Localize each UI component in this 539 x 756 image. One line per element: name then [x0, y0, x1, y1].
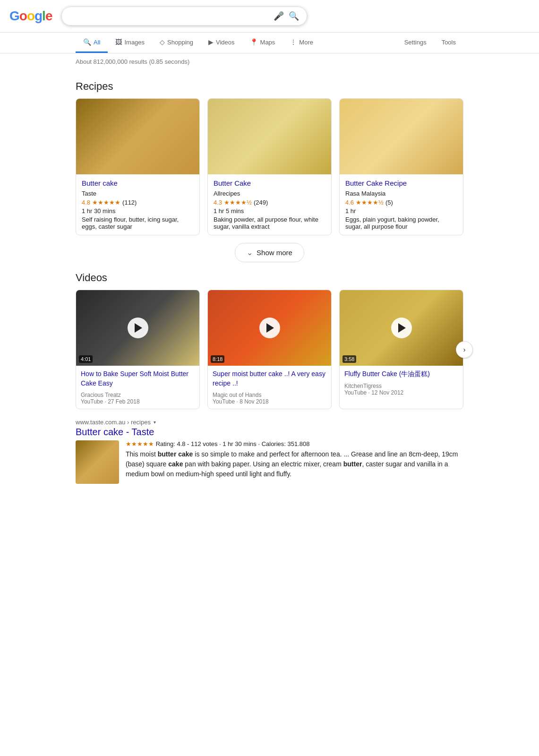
videos-icon: ▶	[208, 38, 214, 46]
nav-label-tools: Tools	[442, 39, 456, 46]
recipe-ingredients-2: Eggs, plain yogurt, baking powder, sugar…	[345, 216, 457, 230]
play-triangle-icon-1	[266, 323, 274, 333]
nav-item-settings[interactable]: Settings	[397, 33, 434, 53]
recipe-star-symbols-0: ★★★★★	[92, 199, 120, 206]
video-source-2: YouTube · 12 Nov 2012	[344, 389, 458, 396]
recipe-source-2: Rasa Malaysia	[345, 190, 457, 197]
video-card-1[interactable]: 8:18 Super moist butter cake ..! A very …	[207, 290, 332, 409]
nav-item-more[interactable]: ⋮ More	[282, 33, 321, 53]
nav-item-shopping[interactable]: ◇ Shopping	[152, 33, 201, 53]
recipe-stars-1: 4.3	[214, 199, 222, 206]
web-result-rating-detail: Rating: 4.8 - 112 votes · 1 hr 30 mins ·…	[156, 440, 310, 447]
video-card-body-0: How to Bake Super Soft Moist Butter Cake…	[76, 366, 199, 409]
recipe-title-1[interactable]: Butter Cake	[214, 179, 325, 187]
web-result-0: www.taste.com.au › recipes ▾ Butter cake…	[76, 419, 463, 484]
show-more-button[interactable]: ⌄ Show more	[235, 243, 304, 262]
play-button-1[interactable]	[259, 318, 280, 338]
recipe-source-1: Allrecipes	[214, 190, 325, 197]
video-duration-1: 8:18	[211, 355, 224, 363]
video-cards-container: 4:01 How to Bake Super Soft Moist Butter…	[76, 290, 463, 409]
recipe-image-0	[76, 99, 199, 174]
nav-label-all: All	[94, 39, 100, 46]
nav-item-videos[interactable]: ▶ Videos	[201, 33, 242, 53]
microphone-icon[interactable]: 🎤	[274, 11, 284, 21]
video-channel-1: Magic out of Hands	[213, 392, 326, 398]
video-card-0[interactable]: 4:01 How to Bake Super Soft Moist Butter…	[76, 290, 200, 409]
url-dropdown-icon[interactable]: ▾	[154, 420, 156, 425]
recipe-card-1[interactable]: Butter Cake Allrecipes 4.3 ★★★★½ (249) 1…	[207, 98, 332, 235]
recipe-ingredients-1: Baking powder, all purpose flour, white …	[214, 216, 325, 230]
shopping-icon: ◇	[160, 38, 165, 46]
video-title-0[interactable]: How to Bake Super Soft Moist Butter Cake…	[81, 369, 195, 388]
recipe-rating-1: 4.3 ★★★★½ (249)	[214, 199, 325, 206]
web-result-body: ★★★★★ Rating: 4.8 - 112 votes · 1 hr 30 …	[126, 440, 463, 484]
video-source-0: YouTube · 27 Feb 2018	[81, 398, 195, 405]
nav-label-shopping: Shopping	[167, 39, 193, 46]
video-card-2[interactable]: 3:58 Fluffy Butter Cake (牛油蛋糕) KitchenTi…	[339, 290, 463, 409]
search-input[interactable]: butter cake	[69, 12, 269, 20]
nav-label-images: Images	[124, 39, 145, 46]
video-card-body-2: Fluffy Butter Cake (牛油蛋糕) KitchenTigress…	[340, 366, 463, 400]
video-channel-0: Gracious Treatz	[81, 392, 195, 398]
chevron-down-icon: ⌄	[247, 248, 253, 257]
results-info: About 812,000,000 results (0.85 seconds)	[0, 55, 539, 68]
video-card-body-1: Super moist butter cake ..! A very easy …	[208, 366, 331, 409]
videos-section: Videos 4:01 How to Bake Super Soft Moist…	[76, 272, 463, 409]
web-result-thumbnail	[76, 440, 119, 484]
video-duration-0: 4:01	[79, 355, 93, 363]
web-result-url-text: www.taste.com.au › recipes	[76, 419, 151, 426]
nav-item-images[interactable]: 🖼 Images	[108, 33, 152, 53]
web-result-rating: ★★★★★ Rating: 4.8 - 112 votes · 1 hr 30 …	[126, 440, 463, 447]
recipe-card-body-1: Butter Cake Allrecipes 4.3 ★★★★½ (249) 1…	[208, 174, 331, 235]
recipe-count-2: (5)	[385, 199, 393, 206]
video-next-button[interactable]: ›	[456, 341, 473, 358]
recipe-card-0[interactable]: Butter cake Taste 4.8 ★★★★★ (112) 1 hr 3…	[76, 98, 200, 235]
videos-section-title: Videos	[76, 272, 463, 284]
video-thumbnail-1: 8:18	[208, 290, 331, 366]
nav-item-tools[interactable]: Tools	[434, 33, 463, 53]
recipe-rating-0: 4.8 ★★★★★ (112)	[82, 199, 194, 206]
video-duration-2: 3:58	[342, 355, 356, 363]
video-source-1: YouTube · 8 Nov 2018	[213, 398, 326, 405]
nav-label-videos: Videos	[216, 39, 235, 46]
nav-item-all[interactable]: 🔍 All	[76, 33, 108, 53]
recipe-source-0: Taste	[82, 190, 194, 197]
search-bar[interactable]: butter cake 🎤 🔍	[61, 7, 307, 26]
play-triangle-icon-2	[398, 323, 406, 333]
play-button-0[interactable]	[128, 318, 148, 338]
play-button-2[interactable]	[391, 318, 412, 338]
recipe-title-0[interactable]: Butter cake	[82, 179, 194, 187]
nav-label-settings: Settings	[404, 39, 427, 46]
nav-item-maps[interactable]: 📍 Maps	[242, 33, 283, 53]
web-result-description: This moist butter cake is so simple to m…	[126, 449, 463, 479]
recipe-title-2[interactable]: Butter Cake Recipe	[345, 179, 457, 187]
recipe-stars-0: 4.8	[82, 199, 90, 206]
video-thumbnail-2: 3:58	[340, 290, 463, 366]
web-result-url: www.taste.com.au › recipes ▾	[76, 419, 463, 426]
video-title-2[interactable]: Fluffy Butter Cake (牛油蛋糕)	[344, 369, 458, 379]
more-dots-icon: ⋮	[290, 38, 297, 46]
video-channel-2: KitchenTigress	[344, 383, 458, 389]
recipe-rating-2: 4.6 ★★★★½ (5)	[345, 199, 457, 206]
web-result-content: ★★★★★ Rating: 4.8 - 112 votes · 1 hr 30 …	[76, 440, 463, 484]
recipe-star-symbols-1: ★★★★½	[224, 199, 252, 206]
recipe-time-0: 1 hr 30 mins	[82, 207, 194, 215]
recipe-image-1	[208, 99, 331, 174]
chevron-right-icon: ›	[463, 346, 466, 353]
show-more-label: Show more	[257, 249, 292, 257]
video-title-1[interactable]: Super moist butter cake ..! A very easy …	[213, 369, 326, 388]
all-icon: 🔍	[83, 38, 91, 46]
nav-label-maps: Maps	[260, 39, 275, 46]
google-logo: Google	[9, 9, 52, 24]
search-button[interactable]: 🔍	[289, 11, 299, 21]
images-icon: 🖼	[115, 38, 122, 46]
play-triangle-icon-0	[135, 323, 142, 333]
web-result-title[interactable]: Butter cake - Taste	[76, 427, 463, 438]
recipe-card-body-2: Butter Cake Recipe Rasa Malaysia 4.6 ★★★…	[340, 174, 463, 235]
recipe-image-2	[340, 99, 463, 174]
recipes-section-title: Recipes	[76, 80, 463, 93]
recipe-card-2[interactable]: Butter Cake Recipe Rasa Malaysia 4.6 ★★★…	[339, 98, 463, 235]
header: Google butter cake 🎤 🔍	[0, 0, 539, 33]
recipe-ingredients-0: Self raising flour, butter, icing sugar,…	[82, 216, 194, 230]
show-more-container: ⌄ Show more	[76, 243, 463, 262]
